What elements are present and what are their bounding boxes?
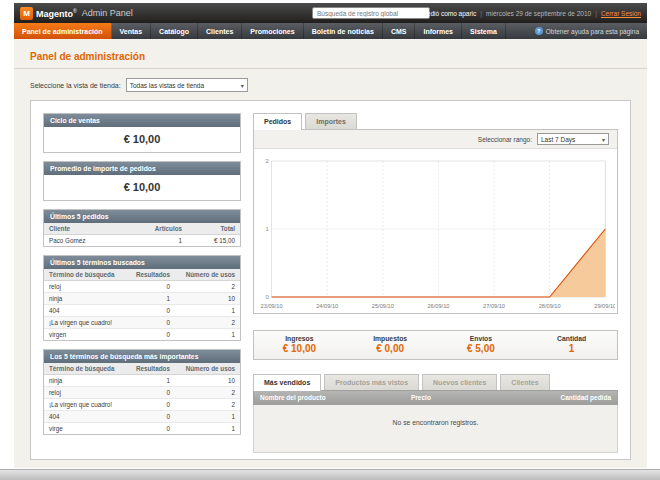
column-header: Precio: [411, 394, 531, 401]
help-icon: ?: [535, 27, 543, 35]
column-header: Cliente: [44, 223, 123, 235]
global-search-input[interactable]: [312, 7, 430, 19]
store-view-label: Seleccione la vista de tienda:: [30, 82, 121, 89]
tab-mas-vendidos[interactable]: Más vendidos: [253, 374, 321, 391]
svg-text:28/09/10: 28/09/10: [539, 303, 561, 309]
last-orders-box: Últimos 5 pedidos Cliente Artículos Tota…: [43, 209, 241, 247]
cell: 0: [127, 399, 175, 411]
registered-mark: ®: [73, 8, 77, 14]
cell: 10: [175, 375, 240, 387]
store-view-select[interactable]: Todas las vistas de tienda ▾: [126, 78, 248, 92]
cell: 0: [127, 411, 175, 423]
browser-status-bar: [0, 469, 660, 480]
magento-admin-window: M Magento® Admin Panel Accedió como apar…: [14, 3, 647, 468]
tab-clientes-bottom[interactable]: Clientes: [500, 374, 549, 390]
top-search-terms-box: Los 5 términos de búsqueda más important…: [43, 349, 241, 435]
table-row[interactable]: ¡La virgen que cuadro! 0 2: [44, 317, 240, 329]
box-title: Los 5 términos de búsqueda más important…: [44, 350, 240, 363]
stat-label: Impuestos: [345, 335, 436, 342]
cell: € 15,00: [187, 235, 240, 247]
nav-catalogo[interactable]: Catálogo: [151, 23, 198, 39]
stat-value: 1: [526, 343, 617, 354]
dashboard-panel: Ciclo de ventas € 10,00 Promedio de impo…: [30, 100, 631, 460]
cell: 0: [127, 281, 175, 293]
stat-label: Envíos: [436, 335, 527, 342]
table-row[interactable]: virgen 0 1: [44, 329, 240, 341]
grid-header: Nombre del producto Precio Cantidad pedi…: [253, 390, 618, 405]
stat-value: € 0,00: [345, 343, 436, 354]
cell: 1: [127, 375, 175, 387]
top-search-terms-table: Término de búsqueda Resultados Número de…: [44, 363, 240, 434]
nav-sistema[interactable]: Sistema: [462, 23, 506, 39]
dashboard-sidebar: Ciclo de ventas € 10,00 Promedio de impo…: [43, 113, 241, 447]
cell: ¡La virgen que cuadro!: [44, 399, 127, 411]
dashboard-main: Pedidos Importes Seleccionar rango: Last…: [253, 113, 618, 447]
nav-boletin[interactable]: Boletín de noticias: [304, 23, 383, 39]
table-row[interactable]: Paco Gomez 1 € 15,00: [44, 235, 240, 247]
table-row[interactable]: 404 0 1: [44, 305, 240, 317]
stat-envios: Envíos € 5,00: [436, 331, 527, 359]
table-row[interactable]: 404 0 1: [44, 411, 240, 423]
range-select[interactable]: Last 7 Days ▾: [537, 133, 609, 145]
svg-text:0: 0: [265, 294, 269, 300]
tab-nuevos-clientes[interactable]: Nuevos clientes: [422, 374, 497, 390]
range-label: Seleccionar rango:: [478, 136, 532, 143]
orders-chart-svg: 01223/09/1024/09/1025/09/1026/09/1027/09…: [256, 153, 615, 313]
brand-product: Admin Panel: [82, 8, 133, 18]
stat-value: € 5,00: [436, 343, 527, 354]
table-row[interactable]: reloj 0 2: [44, 387, 240, 399]
svg-text:26/09/10: 26/09/10: [427, 303, 449, 309]
last-search-terms-box: Últimos 5 términos buscados Término de b…: [43, 255, 241, 341]
cell: 1: [127, 293, 175, 305]
last-orders-table: Cliente Artículos Total Paco Gomez 1 € 1…: [44, 223, 240, 246]
cell: virge: [44, 423, 127, 435]
page-help-link[interactable]: ? Obtener ayuda para esta página: [527, 23, 647, 39]
nav-ventas[interactable]: Ventas: [112, 23, 152, 39]
chart-panel: Seleccionar rango: Last 7 Days ▾ 01223/0…: [253, 129, 618, 314]
table-row[interactable]: reloj 0 2: [44, 281, 240, 293]
content-area: Panel de administración Seleccione la vi…: [14, 39, 647, 468]
tab-productos-mas-vistos[interactable]: Productos más vistos: [324, 374, 419, 390]
grid-empty-row: No se encontraron registros.: [253, 405, 618, 453]
svg-text:2: 2: [265, 158, 268, 164]
column-header: Número de usos: [175, 363, 240, 375]
logout-link[interactable]: Cerrar Sesión: [601, 10, 641, 17]
table-row[interactable]: ninja 1 10: [44, 293, 240, 305]
box-title: Últimos 5 pedidos: [44, 210, 240, 223]
cell: Paco Gomez: [44, 235, 123, 247]
header-date: miércoles 29 de septiembre de 2010: [486, 10, 591, 17]
table-row[interactable]: ninja 1 10: [44, 375, 240, 387]
tab-importes[interactable]: Importes: [305, 113, 357, 129]
nav-clientes[interactable]: Clientes: [198, 23, 242, 39]
nav-promociones[interactable]: Promociones: [242, 23, 303, 39]
stat-label: Ingresos: [254, 335, 345, 342]
lifetime-sales-box: Ciclo de ventas € 10,00: [43, 113, 241, 153]
cell: 1: [175, 423, 240, 435]
cell: 1: [123, 235, 187, 247]
cell: ninja: [44, 375, 127, 387]
cell: 0: [127, 305, 175, 317]
chevron-down-icon: ▾: [241, 82, 244, 89]
column-header: Cantidad pedida: [531, 394, 611, 401]
table-row[interactable]: ¡La virgen que cuadro! 0 2: [44, 399, 240, 411]
table-row[interactable]: virge 0 1: [44, 423, 240, 435]
stat-value: € 10,00: [254, 343, 345, 354]
tab-pedidos[interactable]: Pedidos: [253, 113, 302, 130]
cell: 0: [127, 387, 175, 399]
store-view-switcher: Seleccione la vista de tienda: Todas las…: [14, 69, 647, 92]
cell: 2: [175, 317, 240, 329]
svg-text:25/09/10: 25/09/10: [372, 303, 394, 309]
cell: 2: [175, 281, 240, 293]
cell: 404: [44, 411, 127, 423]
grids-tabs: Más vendidos Productos más vistos Nuevos…: [253, 374, 618, 390]
store-view-value: Todas las vistas de tienda: [130, 82, 204, 89]
column-header: Artículos: [123, 223, 187, 235]
brand-name: Magento®: [36, 8, 77, 19]
brand-text: Magento: [36, 9, 73, 19]
cell: 2: [175, 399, 240, 411]
lifetime-sales-value: € 10,00: [44, 127, 240, 152]
nav-informes[interactable]: Informes: [415, 23, 462, 39]
cell: 0: [127, 317, 175, 329]
nav-cms[interactable]: CMS: [383, 23, 416, 39]
nav-dashboard[interactable]: Panel de administración: [14, 23, 112, 39]
